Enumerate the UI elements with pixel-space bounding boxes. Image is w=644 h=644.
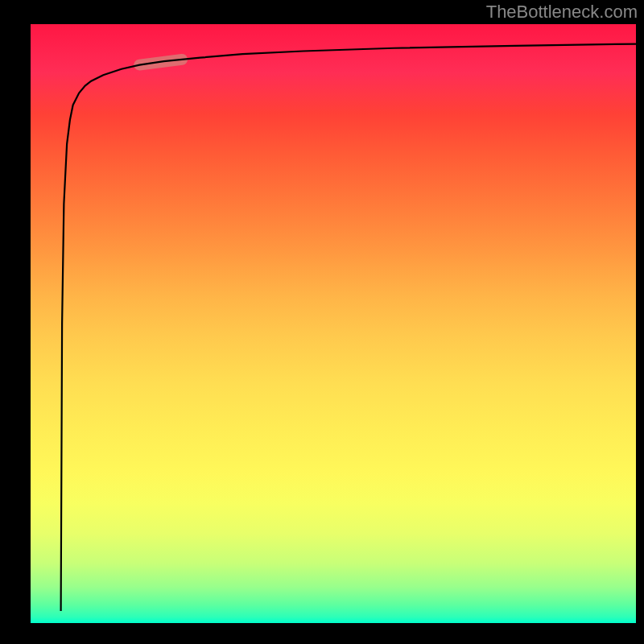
- bottleneck-curve: [61, 44, 636, 612]
- watermark-text: TheBottleneck.com: [486, 2, 638, 23]
- chart-plot-area: [31, 24, 636, 623]
- chart-svg: [31, 24, 636, 623]
